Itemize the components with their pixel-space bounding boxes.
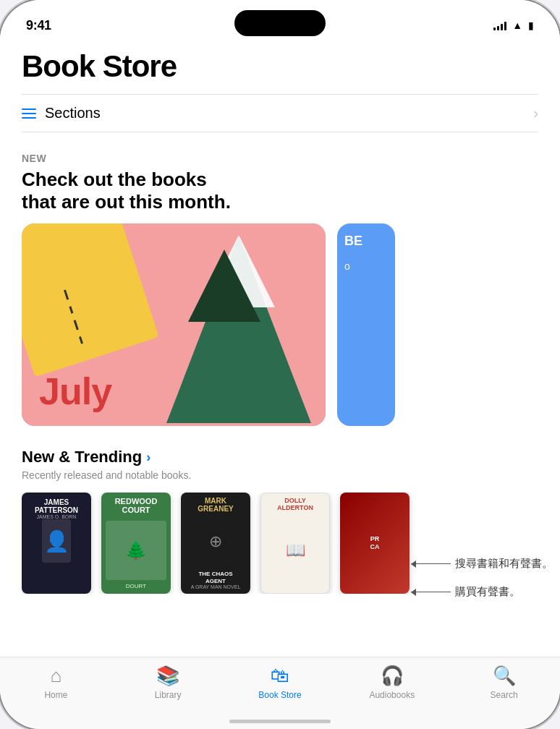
tab-audiobooks[interactable]: 🎧 Audiobooks [363,665,421,700]
list-item[interactable]: REDWOODCOURT 🌲 DOURT [101,493,171,594]
banner-label: NEW [22,153,538,164]
tab-search-label: Search [491,690,518,700]
list-item[interactable]: PRCA [340,493,410,594]
section-chevron-icon: › [146,450,150,465]
dynamic-island [234,10,326,36]
callout-search-text: 搜尋書籍和有聲書。 [455,557,553,571]
banner-area: NEW Check out the booksthat are out this… [22,153,538,426]
banner-card-second[interactable]: BE o [337,223,395,426]
tab-library[interactable]: 📚 Library [139,665,197,700]
tab-home-label: Home [44,690,67,700]
sections-label: Sections [45,105,101,122]
banner-card-july[interactable]: July [22,223,326,426]
callout-search-line: 搜尋書籍和有聲書。 [411,557,553,571]
hamburger-icon [22,108,36,119]
card-art: July [22,223,326,426]
banner-cards: July BE o [22,223,538,426]
tab-bookstore-label: Book Store [258,690,301,700]
page-title: Book Store [22,49,538,84]
bookstore-icon: 🛍 [271,665,289,687]
phone-frame: 9:41 ▲ ▮ Book Store Sections › [0,0,560,729]
library-icon: 📚 [156,665,179,687]
tab-search[interactable]: 🔍 Search [475,665,533,700]
section-header: New & Trending › [22,448,538,466]
second-card-label: BE [337,223,395,259]
list-item[interactable]: JAMESPATTERSON JAMES O. BORN 👤 [22,493,91,594]
callout-buy-line: 購買有聲書。 [411,585,553,599]
section-title: New & Trending [22,448,142,466]
list-item[interactable]: DOLLYALDERTON 📖 [260,493,330,594]
sections-chevron-icon: › [533,105,538,122]
banner-title: Check out the booksthat are out this mon… [22,169,538,213]
status-time: 9:41 [26,18,51,33]
sections-row[interactable]: Sections › [22,94,538,132]
tab-library-label: Library [155,690,182,700]
search-icon: 🔍 [493,665,516,687]
second-card-sub: o [337,259,395,273]
tab-home[interactable]: ⌂ Home [27,665,85,700]
list-item[interactable]: MARKGREANEY ⊕ THE CHAOSAGENT A GRAY MAN … [181,493,250,594]
tab-audiobooks-label: Audiobooks [369,690,415,700]
home-icon: ⌂ [51,665,62,687]
callout-buy-text: 購買有聲書。 [455,585,520,599]
home-bar [229,720,331,723]
sections-left: Sections [22,105,101,122]
battery-icon: ▮ [528,20,534,31]
status-icons: ▲ ▮ [493,20,534,31]
callout-area: 搜尋書籍和有聲書。 購買有聲書。 [411,557,553,599]
wifi-icon: ▲ [512,20,522,31]
audiobooks-icon: 🎧 [381,665,404,687]
callout-buy-arrow [411,592,451,593]
signal-icon [493,20,506,30]
section-subtitle: Recently released and notable books. [22,469,538,481]
main-content: Book Store Sections › NEW Check out the … [0,40,560,594]
callout-search-arrow [411,563,451,565]
status-bar: 9:41 ▲ ▮ [0,0,560,40]
july-text: July [39,370,111,413]
tab-bookstore[interactable]: 🛍 Book Store [251,665,309,700]
tab-bar: ⌂ Home 📚 Library 🛍 Book Store 🎧 Audioboo… [0,657,560,729]
